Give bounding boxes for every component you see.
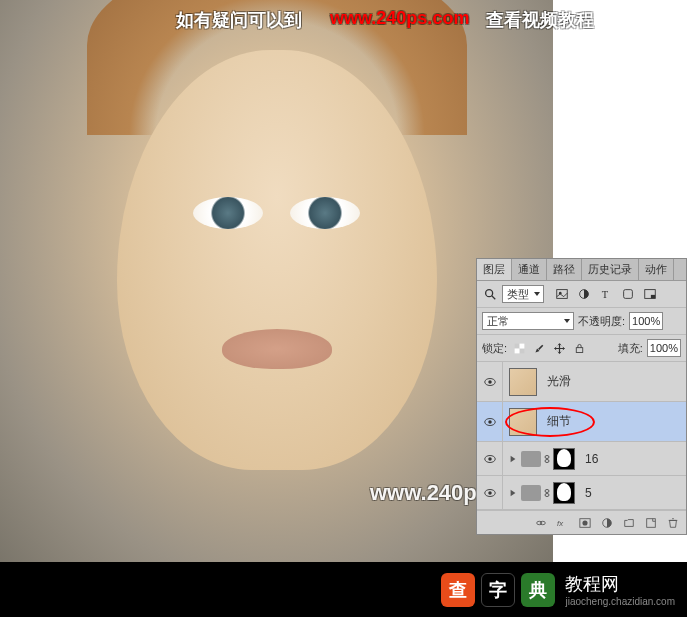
photo-lips — [222, 329, 332, 369]
fx-icon[interactable]: fx — [556, 516, 570, 530]
svg-rect-12 — [514, 348, 519, 353]
layer-row-selected[interactable]: 细节 — [477, 402, 686, 442]
bottom-watermark-strip: 查 字 典 教程网 jiaocheng.chazidian.com — [0, 562, 687, 617]
adjustment-layer-icon[interactable] — [600, 516, 614, 530]
layer-group-row[interactable]: 5 — [477, 476, 686, 510]
svg-rect-11 — [519, 343, 524, 348]
eye-icon — [483, 375, 497, 389]
logo-char-cha: 查 — [441, 573, 475, 607]
layer-visibility-toggle[interactable] — [477, 362, 503, 401]
svg-point-20 — [488, 457, 492, 461]
panel-tabs: 图层 通道 路径 历史记录 动作 — [477, 259, 686, 281]
watermark-label: 教程网 — [565, 572, 619, 596]
search-icon[interactable] — [482, 286, 498, 302]
panel-blend-row: 正常 不透明度: 100% — [477, 308, 686, 335]
logo-char-dian: 典 — [521, 573, 555, 607]
eye-icon — [483, 452, 497, 466]
svg-rect-14 — [576, 347, 583, 352]
group-toggle-arrow[interactable] — [507, 487, 519, 499]
watermark-sub: jiaocheng.chazidian.com — [565, 596, 675, 607]
fill-label: 填充: — [618, 341, 643, 356]
tab-paths[interactable]: 路径 — [547, 259, 582, 280]
filter-smart-icon[interactable] — [642, 286, 658, 302]
svg-point-0 — [486, 290, 493, 297]
lock-label: 锁定: — [482, 341, 507, 356]
link-icon — [542, 488, 552, 498]
link-icon — [542, 454, 552, 464]
panel-lock-row: 锁定: 填充: 100% — [477, 335, 686, 362]
blend-mode-dropdown[interactable]: 正常 — [482, 312, 574, 330]
photo-eye-right — [290, 197, 360, 229]
layer-name-label[interactable]: 5 — [585, 486, 592, 500]
svg-rect-9 — [514, 343, 519, 348]
watermark-text-wrap: 教程网 jiaocheng.chazidian.com — [561, 572, 675, 607]
eye-icon — [483, 415, 497, 429]
filter-image-icon[interactable] — [554, 286, 570, 302]
lock-transparency-icon[interactable] — [511, 340, 527, 356]
overlay-tip-suffix: 查看视频教程 — [486, 8, 594, 32]
svg-rect-8 — [651, 295, 655, 299]
layer-mask-thumbnail[interactable] — [553, 448, 575, 470]
folder-icon — [521, 485, 541, 501]
canvas-photo — [0, 0, 553, 562]
svg-line-1 — [492, 296, 496, 300]
panel-filter-row: 类型 T — [477, 281, 686, 308]
layer-group-row[interactable]: 16 — [477, 442, 686, 476]
layer-visibility-toggle[interactable] — [477, 476, 503, 509]
tab-actions[interactable]: 动作 — [639, 259, 674, 280]
add-mask-icon[interactable] — [578, 516, 592, 530]
svg-point-26 — [545, 493, 549, 496]
layers-list: 光滑 细节 — [477, 362, 686, 510]
new-group-icon[interactable] — [622, 516, 636, 530]
svg-text:fx: fx — [557, 518, 564, 527]
link-layers-icon[interactable] — [534, 516, 548, 530]
overlay-tip-prefix: 如有疑问可以到 — [176, 8, 302, 32]
layer-mask-thumbnail[interactable] — [553, 482, 575, 504]
layer-thumbnail[interactable] — [509, 368, 537, 396]
opacity-value[interactable]: 100% — [629, 312, 663, 330]
svg-rect-2 — [557, 290, 568, 299]
fill-value[interactable]: 100% — [647, 339, 681, 357]
layer-visibility-toggle[interactable] — [477, 402, 503, 441]
logo-char-zi: 字 — [481, 573, 515, 607]
group-toggle-arrow[interactable] — [507, 453, 519, 465]
svg-rect-6 — [624, 290, 633, 299]
lock-brush-icon[interactable] — [531, 340, 547, 356]
svg-point-21 — [545, 455, 549, 458]
filter-type-dropdown[interactable]: 类型 — [502, 285, 544, 303]
layer-visibility-toggle[interactable] — [477, 442, 503, 475]
svg-rect-33 — [647, 518, 656, 527]
svg-line-13 — [538, 345, 542, 349]
layer-name-label[interactable]: 光滑 — [547, 373, 571, 390]
svg-point-16 — [488, 380, 492, 384]
svg-point-28 — [540, 521, 545, 524]
eye-icon — [483, 486, 497, 500]
tab-history[interactable]: 历史记录 — [582, 259, 639, 280]
opacity-label: 不透明度: — [578, 314, 625, 329]
svg-point-22 — [545, 459, 549, 462]
tab-layers[interactable]: 图层 — [477, 259, 512, 280]
panel-footer: fx — [477, 510, 686, 534]
photo-eye-left — [193, 197, 263, 229]
tab-channels[interactable]: 通道 — [512, 259, 547, 280]
svg-point-31 — [582, 520, 587, 525]
svg-text:T: T — [602, 289, 609, 300]
layer-name-label[interactable]: 细节 — [547, 413, 571, 430]
layers-panel: 图层 通道 路径 历史记录 动作 类型 T 正常 不透明度: 100% 锁定: … — [476, 258, 687, 535]
filter-text-icon[interactable]: T — [598, 286, 614, 302]
trash-icon[interactable] — [666, 516, 680, 530]
filter-shape-icon[interactable] — [620, 286, 636, 302]
layer-thumbnail[interactable] — [509, 408, 537, 436]
photo-face — [117, 50, 437, 470]
new-layer-icon[interactable] — [644, 516, 658, 530]
svg-point-25 — [545, 489, 549, 492]
layer-name-label[interactable]: 16 — [585, 452, 598, 466]
lock-position-icon[interactable] — [551, 340, 567, 356]
svg-rect-10 — [519, 348, 524, 353]
folder-icon — [521, 451, 541, 467]
filter-adjust-icon[interactable] — [576, 286, 592, 302]
overlay-url: www.240ps.com — [330, 8, 469, 29]
layer-row[interactable]: 光滑 — [477, 362, 686, 402]
lock-all-icon[interactable] — [571, 340, 587, 356]
svg-point-24 — [488, 491, 492, 495]
